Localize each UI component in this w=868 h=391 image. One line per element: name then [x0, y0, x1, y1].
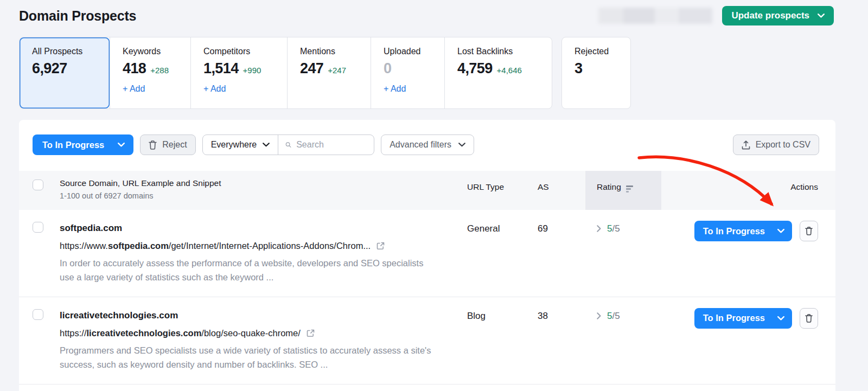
add-keywords-link[interactable]: + Add	[123, 84, 145, 94]
row-url-type: General	[467, 210, 538, 297]
row-rating-cell: 5/5	[585, 210, 661, 297]
row-url-type: Blog	[467, 297, 538, 384]
tab-count: 6,927	[32, 60, 67, 77]
external-link-icon[interactable]	[306, 329, 315, 338]
tab-count: 1,514	[203, 60, 239, 77]
row-domain: licreativetechnologies.com	[60, 310, 467, 321]
row-action-label: To In Progress	[703, 313, 765, 323]
tab-all-prospects[interactable]: All Prospects 6,927	[20, 37, 110, 108]
tab-lost-backlinks[interactable]: Lost Backlinks 4,759 +4,646	[444, 37, 552, 108]
export-label: Export to CSV	[756, 140, 810, 150]
chevron-down-icon	[777, 316, 784, 321]
external-link-icon[interactable]	[376, 241, 385, 251]
sort-descending-icon[interactable]	[626, 185, 633, 193]
chevron-down-icon	[458, 143, 465, 147]
add-competitors-link[interactable]: + Add	[203, 84, 226, 94]
chevron-right-icon[interactable]	[597, 312, 601, 319]
search-scope-select[interactable]: Everywhere	[203, 135, 278, 155]
header-right: Update prospects	[598, 6, 834, 25]
reject-button[interactable]: Reject	[140, 134, 195, 155]
chevron-down-icon	[777, 229, 784, 233]
advanced-filters-button[interactable]: Advanced filters	[381, 134, 474, 155]
url-text: https://licreativetechnologies.com/blog/…	[60, 328, 301, 338]
search-box	[278, 135, 374, 155]
table-row: licreativetechnologies.com https://licre…	[19, 297, 835, 384]
row-checkbox[interactable]	[33, 222, 43, 233]
tab-group: All Prospects 6,927 Keywords 418 +288 + …	[19, 37, 552, 109]
tab-count: 4,759	[457, 60, 493, 77]
bulk-to-in-progress-button[interactable]: To In Progress	[33, 134, 133, 155]
row-rating-cell: 5/5	[585, 297, 661, 384]
prospects-panel: To In Progress Reject Everywhere Advance…	[19, 120, 835, 391]
trash-icon	[805, 314, 813, 323]
tab-label: All Prospects	[32, 47, 110, 56]
export-icon	[742, 140, 750, 150]
tab-delta: +288	[150, 66, 169, 75]
header-rating-sort[interactable]: Rating	[585, 171, 661, 210]
tab-label: Uploaded	[384, 47, 444, 56]
prospect-tabs: All Prospects 6,927 Keywords 418 +288 + …	[19, 37, 849, 109]
row-snippet: Programmers and SEO specialists use a wi…	[60, 343, 439, 372]
row-authority-score: 69	[538, 210, 585, 297]
prospects-table: Source Domain, URL Example and Snippet 1…	[19, 171, 835, 391]
blurred-project-label	[598, 8, 712, 24]
tab-delta: +247	[328, 66, 346, 75]
trash-icon	[149, 140, 157, 150]
chevron-down-icon	[118, 143, 125, 147]
row-url: https://www.softpedia.com/get/Internet/I…	[60, 241, 467, 251]
header-as: AS	[538, 171, 585, 210]
trash-icon	[805, 227, 813, 235]
tab-rejected[interactable]: Rejected 3	[561, 37, 631, 109]
row-to-in-progress-button[interactable]: To In Progress	[694, 221, 792, 241]
row-domain: softpedia.com	[60, 223, 467, 234]
row-actions-cell: To In Progress	[661, 297, 835, 384]
tab-competitors[interactable]: Competitors 1,514 +990 + Add	[190, 37, 287, 108]
tab-mentions[interactable]: Mentions 247 +247	[287, 37, 371, 108]
row-checkbox-cell	[19, 210, 60, 297]
row-to-in-progress-button[interactable]: To In Progress	[694, 308, 792, 329]
advanced-filters-label: Advanced filters	[390, 140, 451, 150]
tab-count: 247	[300, 60, 323, 77]
bulk-action-label: To In Progress	[42, 140, 104, 150]
row-main-cell: softpedia.com https://www.softpedia.com/…	[60, 210, 467, 297]
chevron-down-icon	[818, 14, 825, 18]
header-pagination-summary: 1-100 out of 6927 domains	[60, 191, 467, 200]
tab-count: 3	[575, 60, 582, 77]
tab-uploaded[interactable]: Uploaded 0 + Add	[371, 37, 444, 108]
header-url-type: URL Type	[467, 171, 538, 210]
row-main-cell: licreativetechnologies.com https://licre…	[60, 297, 467, 384]
tab-label: Lost Backlinks	[457, 47, 552, 56]
row-rating-value: 5/5	[607, 223, 620, 234]
tab-count: 418	[123, 60, 146, 77]
chevron-right-icon[interactable]	[597, 225, 601, 232]
row-delete-button[interactable]	[800, 221, 818, 241]
row-delete-button[interactable]	[800, 308, 818, 329]
page-header: Domain Prospects Update prospects	[0, 0, 868, 25]
row-checkbox[interactable]	[33, 309, 43, 320]
row-action-label: To In Progress	[703, 226, 765, 236]
tab-label: Mentions	[300, 47, 371, 56]
tab-label: Keywords	[123, 47, 190, 56]
url-text: https://www.softpedia.com/get/Internet/I…	[60, 241, 371, 251]
toolbar: To In Progress Reject Everywhere Advance…	[19, 120, 835, 155]
tab-label: Competitors	[203, 47, 287, 56]
export-to-csv-button[interactable]: Export to CSV	[733, 134, 819, 155]
search-icon	[285, 140, 291, 149]
row-snippet: In order to accurately assess the perfor…	[60, 256, 439, 285]
tab-keywords[interactable]: Keywords 418 +288 + Add	[110, 37, 190, 108]
search-scope-value: Everywhere	[211, 140, 257, 150]
reject-label: Reject	[162, 140, 187, 150]
search-input[interactable]	[296, 140, 367, 150]
search-combo: Everywhere	[202, 134, 374, 155]
row-actions-cell: To In Progress	[661, 210, 835, 297]
header-checkbox-cell	[19, 171, 60, 210]
tab-delta: +4,646	[497, 66, 522, 75]
update-prospects-label: Update prospects	[731, 10, 809, 21]
chevron-down-icon	[263, 143, 270, 147]
update-prospects-button[interactable]: Update prospects	[722, 6, 834, 25]
tab-delta: +990	[243, 66, 261, 75]
tab-label: Rejected	[575, 47, 630, 56]
select-all-checkbox[interactable]	[33, 180, 43, 190]
add-uploaded-link[interactable]: + Add	[384, 84, 406, 94]
header-rating-label: Rating	[597, 182, 621, 192]
